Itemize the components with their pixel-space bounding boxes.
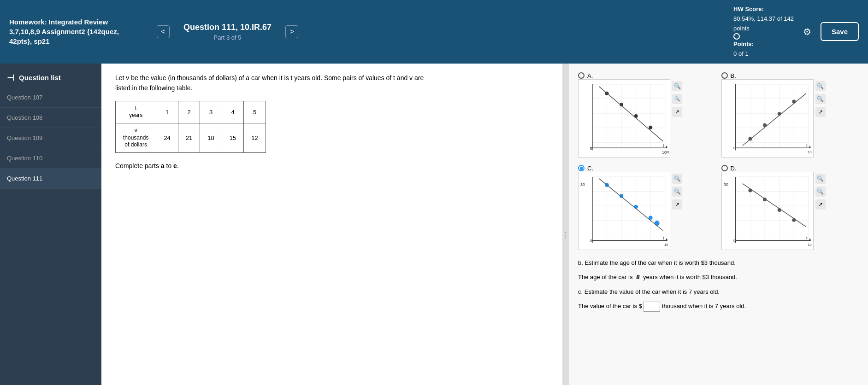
graph-external-b[interactable]: ↗ [815,107,826,117]
sidebar-item-q109[interactable]: Question 109 [0,128,101,148]
sidebar-collapse-icon[interactable]: ⊣ [7,73,14,83]
svg-text:0: 0 [733,239,735,243]
radio-c-label: C. [587,165,593,172]
svg-text:10: 10 [665,150,669,154]
svg-text:10: 10 [664,243,668,247]
radio-row-b[interactable]: B. [721,72,736,79]
next-question-button[interactable]: > [285,25,298,38]
table-row-values: vthousandsof dollars 24 21 18 15 12 [116,123,266,152]
graph-zoom-in-b[interactable]: 🔍 [815,81,826,91]
graph-option-d: D. [721,163,859,250]
table-row-header: tyears 1 2 3 4 5 [116,101,266,123]
table-v1: 24 [156,123,178,152]
panel-divider[interactable]: ⋮ [563,64,568,385]
hw-score-unit: points [733,24,794,34]
table-t-header: tyears [116,101,156,123]
graph-container-d: 0 10 t 30 🔍 🔍 ↗ [721,172,826,250]
graph-container-c: 0 10 t 30 🔍 � [578,172,682,250]
svg-text:30: 30 [580,182,585,187]
graph-zoom-out-c[interactable]: 🔍 [672,187,682,197]
table-t1: 1 [156,101,178,123]
settings-icon[interactable]: ⚙ [803,26,811,37]
table-t3: 3 [200,101,222,123]
points-circle-icon [733,33,740,40]
part-c-text1: The value of the car is $ [578,303,642,309]
graph-external-c[interactable]: ↗ [672,199,682,210]
graph-svg-a: 0 10 0 10 t [578,79,670,158]
graph-svg-d: 0 10 t 30 [721,172,814,250]
save-button[interactable]: Save [821,22,859,41]
graph-container-b: 0 10 t 🔍 🔍 ↗ [721,79,826,158]
graph-external-d[interactable]: ↗ [815,199,826,210]
part-b-text2: years when it is worth $3 thousand. [643,274,737,280]
graph-zoom-out-a[interactable]: 🔍 [672,94,682,104]
svg-text:0: 0 [733,146,735,150]
radio-b-label: B. [731,72,736,79]
radio-row-a[interactable]: A. [578,72,593,79]
hw-score-label: HW Score: [733,6,764,12]
part-c-input[interactable] [644,302,660,312]
graph-icons-a: 🔍 🔍 ↗ [672,79,682,158]
question-content: Let v be the value (in thousands of doll… [101,64,563,385]
radio-c[interactable] [578,165,585,171]
part-c-label: c. Estimate the value of the car when it… [578,286,859,297]
sidebar-title: Question list [19,74,61,82]
graph-zoom-in-a[interactable]: 🔍 [672,81,682,91]
radio-b[interactable] [721,72,728,79]
svg-text:10: 10 [807,150,811,154]
hw-score-value: 80.54%, 114.37 of 142 [733,14,794,24]
points-value: 0 of 1 [733,49,794,59]
graph-external-a[interactable]: ↗ [672,107,682,117]
part-b-answer-value: 8 [636,274,639,280]
sidebar-item-q108[interactable]: Question 108 [0,108,101,128]
sidebar-header: ⊣ Question list [0,68,101,88]
svg-point-24 [649,126,652,129]
complete-parts-text: Complete parts a to e. [115,162,549,169]
table-v4: 15 [222,123,243,152]
table-v5: 12 [244,123,266,152]
svg-text:30: 30 [724,182,728,187]
radio-a[interactable] [578,72,585,79]
header: Homework: Integrated Review 3,7,10,8,9 A… [0,0,868,64]
svg-text:0: 0 [590,146,592,150]
hw-score-info: HW Score: 80.54%, 114.37 of 142 points P… [733,5,794,59]
table-t4: 4 [222,101,243,123]
graph-icons-d: 🔍 🔍 ↗ [815,172,826,250]
svg-point-72 [634,205,638,209]
answer-section: b. Estimate the age of the car when it i… [578,257,859,312]
part-b-answer: The age of the car is 8 years when it is… [578,272,859,282]
part-label: Part 3 of 5 [183,34,272,41]
radio-d[interactable] [721,165,728,171]
radio-row-c[interactable]: C. [578,165,593,172]
graph-option-a: A. [578,70,716,158]
graph-zoom-in-c[interactable]: 🔍 [672,174,682,184]
graph-zoom-in-d[interactable]: 🔍 [815,174,826,184]
graph-zoom-out-d[interactable]: 🔍 [815,187,826,197]
main-layout: ⊣ Question list Question 107 Question 10… [0,64,868,385]
radio-d-label: D. [731,165,737,172]
table-t2: 2 [178,101,200,123]
sidebar-item-q111[interactable]: Question 111 [0,169,101,189]
points-label: Points: [733,41,754,47]
sidebar-item-q107[interactable]: Question 107 [0,88,101,108]
graph-icons-b: 🔍 🔍 ↗ [815,79,826,158]
header-title: Homework: Integrated Review 3,7,10,8,9 A… [9,17,157,46]
svg-text:10: 10 [807,243,811,247]
part-c-answer: The value of the car is $ thousand when … [578,301,859,312]
graph-icons-c: 🔍 🔍 ↗ [672,172,682,250]
graph-zoom-out-b[interactable]: 🔍 [815,94,826,104]
part-c-text2: thousand when it is 7 years old. [662,303,746,309]
question-intro: Let v be the value (in thousands of doll… [115,73,438,93]
sidebar-item-q110[interactable]: Question 110 [0,148,101,169]
header-center: < Question 111, 10.IR.67 Part 3 of 5 > [157,23,711,41]
prev-question-button[interactable]: < [157,25,170,38]
question-title: Question 111, 10.IR.67 [183,23,272,32]
part-b-text1: The age of the car is [578,274,633,280]
graph-container-a: 0 10 0 10 t 🔍 [578,79,682,158]
radio-row-d[interactable]: D. [721,165,737,172]
graph-option-c: C. [578,163,716,250]
data-table: tyears 1 2 3 4 5 vthousandsof dollars 24… [115,101,266,153]
graphs-grid: A. [578,70,859,250]
graph-option-b: B. [721,70,859,158]
graph-svg-b: 0 10 t [721,79,814,158]
